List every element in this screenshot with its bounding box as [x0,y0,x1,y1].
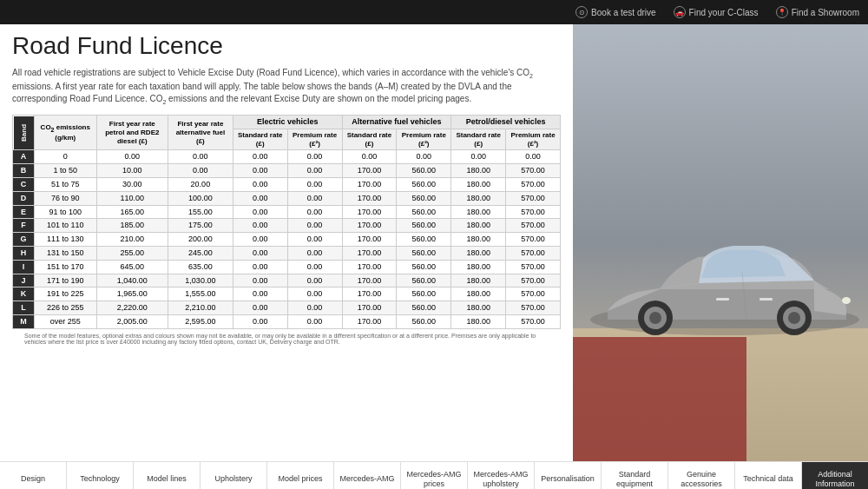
af-std-cell: 170.00 [342,301,397,315]
table-row: I 151 to 170 645.00 635.00 0.00 0.00 170… [13,260,561,274]
ev-std-cell: 0.00 [233,314,287,328]
table-row: M over 255 2,005.00 2,595.00 0.00 0.00 1… [13,314,561,328]
fy-petrol-cell: 110.00 [96,191,168,205]
car-image-panel [573,24,868,461]
bottom-nav-item-mercedes-amg-upholstery[interactable]: Mercedes-AMG upholstery [468,462,535,489]
fy-petrol-cell: 645.00 [96,260,168,274]
ev-prem-cell: 0.00 [287,205,342,219]
af-std-cell: 170.00 [342,191,397,205]
footer-note: Some of the model features, optional ext… [12,329,561,348]
band-cell: A [13,150,35,164]
find-showroom-label: Find a Showroom [792,8,859,17]
bottom-nav-item-standard-equipment[interactable]: Standard equipment [602,462,668,489]
ev-prem-cell: 0.00 [287,150,342,164]
af-prem-cell: 0.00 [397,150,451,164]
pd-prem-cell: 570.00 [506,164,561,178]
co2-cell: 171 to 190 [34,274,96,287]
co2-cell: 91 to 100 [34,205,96,219]
pd-std-cell: 180.00 [451,219,506,233]
pd-prem-cell: 570.00 [506,219,561,233]
fy-alt-cell: 0.00 [168,150,233,164]
car-icon: 🚗 [674,6,686,18]
co2-cell: 1 to 50 [34,164,96,178]
band-cell: B [13,164,35,178]
bottom-nav-item-mercedes-amg[interactable]: Mercedes-AMG [334,462,401,489]
co2-cell: 151 to 170 [34,260,96,274]
bottom-nav-item-technology[interactable]: Technology [67,462,134,489]
pd-prem-cell: 570.00 [506,205,561,219]
ev-prem-header: Premium rate (£²) [287,129,342,150]
af-std-cell: 170.00 [342,233,397,247]
ev-std-cell: 0.00 [233,205,287,219]
steering-wheel-icon: ⊙ [575,6,588,18]
fy-petrol-cell: 30.00 [96,177,168,191]
ev-prem-cell: 0.00 [287,287,342,301]
pd-prem-cell: 570.00 [506,233,561,247]
bottom-nav-item-upholstery[interactable]: Upholstery [201,462,267,489]
find-showroom-nav[interactable]: 📍 Find a Showroom [776,6,859,18]
bottom-nav-item-design[interactable]: Design [0,462,67,489]
band-cell: G [13,233,35,247]
fy-alt-cell: 2,595.00 [168,314,233,328]
pd-std-cell: 180.00 [451,177,506,191]
fy-alt-cell: 0.00 [168,164,233,178]
table-row: H 131 to 150 255.00 245.00 0.00 0.00 170… [13,246,561,260]
band-cell: F [13,219,35,233]
pd-prem-cell: 570.00 [506,274,561,287]
find-c-class-nav[interactable]: 🚗 Find your C-Class [674,6,759,18]
af-std-cell: 170.00 [342,219,397,233]
pd-prem-cell: 570.00 [506,287,561,301]
bottom-navigation: DesignTechnologyModel linesUpholsteryMod… [0,461,868,489]
af-prem-cell: 560.00 [397,274,451,287]
bottom-nav-item-technical-data[interactable]: Technical data [735,462,802,489]
pd-std-cell: 180.00 [451,191,506,205]
fy-alt-cell: 1,555.00 [168,287,233,301]
table-row: E 91 to 100 165.00 155.00 0.00 0.00 170.… [13,205,561,219]
electric-group-header: Electric vehicles [233,116,342,129]
band-cell: K [13,287,35,301]
fy-petrol-cell: 2,005.00 [96,314,168,328]
bottom-nav-item-model-lines[interactable]: Model lines [134,462,201,489]
af-std-cell: 170.00 [342,164,397,178]
af-prem-cell: 560.00 [397,314,451,328]
table-row: J 171 to 190 1,040.00 1,030.00 0.00 0.00… [13,274,561,287]
af-prem-cell: 560.00 [397,246,451,260]
bottom-nav-item-mercedes-amg-prices[interactable]: Mercedes-AMG prices [401,462,468,489]
fy-alt-cell: 2,210.00 [168,301,233,315]
svg-point-6 [649,312,661,324]
svg-rect-2 [573,337,746,461]
bottom-nav-item-personalisation[interactable]: Personalisation [535,462,602,489]
pd-std-header: Standard rate (£) [451,129,506,150]
pd-prem-cell: 570.00 [506,301,561,315]
ev-std-cell: 0.00 [233,274,287,287]
af-prem-cell: 560.00 [397,191,451,205]
fy-alt-cell: 245.00 [168,246,233,260]
af-std-header: Standard rate (£) [342,129,397,150]
band-cell: J [13,274,35,287]
co2-cell: 51 to 75 [34,177,96,191]
bottom-nav-item-genuine-accessories[interactable]: Genuine accessories [668,462,735,489]
af-prem-cell: 560.00 [397,287,451,301]
table-row: L 226 to 255 2,220.00 2,210.00 0.00 0.00… [13,301,561,315]
af-std-cell: 170.00 [342,246,397,260]
pd-prem-cell: 570.00 [506,260,561,274]
ev-prem-cell: 0.00 [287,219,342,233]
ev-std-cell: 0.00 [233,219,287,233]
intro-text: All road vehicle registrations are subje… [12,67,561,107]
pd-std-cell: 180.00 [451,246,506,260]
af-std-cell: 170.00 [342,177,397,191]
svg-point-11 [842,297,851,304]
band-cell: L [13,301,35,315]
co2-cell: over 255 [34,314,96,328]
svg-point-9 [788,312,800,324]
alt-fuel-group-header: Alternative fuel vehicles [342,116,451,129]
table-row: G 111 to 130 210.00 200.00 0.00 0.00 170… [13,233,561,247]
pd-std-cell: 180.00 [451,287,506,301]
af-prem-cell: 560.00 [397,233,451,247]
fy-petrol-cell: 1,965.00 [96,287,168,301]
bottom-nav-item-model-prices[interactable]: Model prices [267,462,334,489]
book-test-drive-nav[interactable]: ⊙ Book a test drive [575,6,655,18]
table-body: A 0 0.00 0.00 0.00 0.00 0.00 0.00 0.00 0… [13,150,561,328]
pd-std-cell: 180.00 [451,314,506,328]
bottom-nav-item-additional-information[interactable]: Additional Information [802,462,868,489]
